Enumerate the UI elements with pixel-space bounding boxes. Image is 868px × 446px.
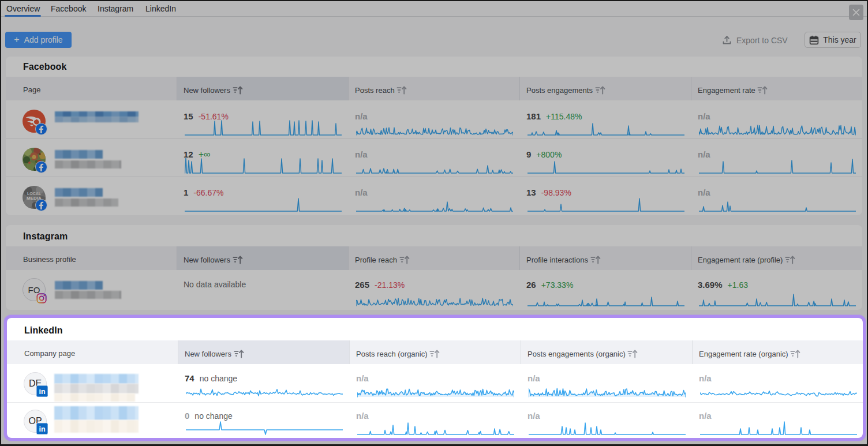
svg-text:in: in (39, 388, 45, 396)
svg-text:in: in (39, 425, 45, 433)
